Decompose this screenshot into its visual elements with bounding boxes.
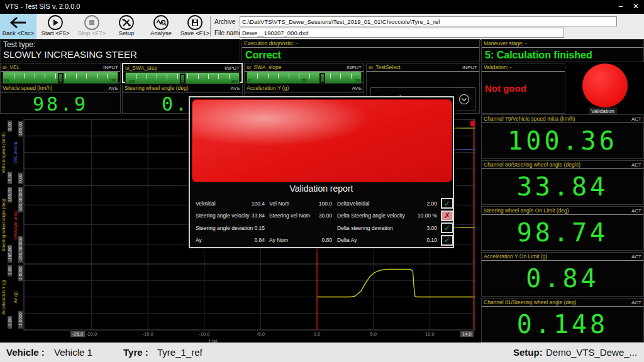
gauge-bar[interactable]: 50100150 bbox=[3, 72, 118, 84]
gauge-tick bbox=[167, 74, 167, 79]
gauge-tag: INPUT bbox=[225, 65, 240, 71]
x-axis-tick: -26,0 bbox=[70, 331, 85, 337]
chevron-down-icon[interactable] bbox=[458, 94, 470, 105]
toolbar-button-save[interactable]: Save <F1> bbox=[179, 14, 211, 39]
channel-tag: ACT bbox=[631, 208, 641, 214]
y-axis-tick: 1,0000 bbox=[18, 265, 23, 281]
validation-indicator-light bbox=[582, 63, 628, 107]
gauge-tick bbox=[55, 74, 56, 79]
toolbar-button-label: Stop <F7> bbox=[74, 30, 109, 36]
toolbar-button-analyse[interactable]: Analyse bbox=[143, 14, 179, 39]
x-axis-tick: -5,0 bbox=[257, 331, 265, 337]
gauge-title: ui_SWA_stepINPUT bbox=[123, 64, 242, 72]
validation-cell: Steering vel Nom bbox=[269, 212, 311, 219]
y-axis-tick: -160,00 bbox=[8, 245, 12, 263]
toolbar-button-back[interactable]: Back <Esc> bbox=[0, 14, 36, 39]
y-axis-label: Vehicle speed (km/h) bbox=[1, 132, 6, 173]
display-name: Steering wheel angle (deg) bbox=[125, 85, 189, 91]
tyre-label: Tyre : bbox=[123, 347, 148, 358]
y-axis-tick: -1,00 bbox=[8, 316, 12, 329]
gauge-tick bbox=[198, 74, 199, 79]
y-axis-tick: 5,00 bbox=[8, 121, 12, 132]
validation-cell: Delta Ay bbox=[337, 237, 412, 243]
validation-cell: 0.15 bbox=[246, 225, 265, 231]
back-arrow-icon bbox=[0, 14, 36, 31]
gauge-bar[interactable]: -2000200 bbox=[125, 72, 240, 84]
y-axis-tick: -160,000000 bbox=[18, 236, 23, 263]
archive-field[interactable] bbox=[240, 16, 617, 26]
gauge-ui_VEL[interactable]: ui_VELINPUT50100150 bbox=[0, 63, 121, 83]
gauge-tick bbox=[229, 74, 230, 79]
gauge-ui_SWA_step[interactable]: ui_SWA_stepINPUT-2000200 bbox=[122, 63, 243, 83]
channel-panel-0: Channel 79/Vehicle speed Initia (km/h)AC… bbox=[481, 114, 644, 159]
validation-report-dialog: Validation report VelInitial100.4Vel Nom… bbox=[189, 96, 454, 248]
filename-field[interactable] bbox=[240, 28, 564, 38]
validation-cell: Ay Nom bbox=[269, 237, 311, 243]
validation-row-0: VelInitial100.4Vel Nom100.0DeltaVelIniti… bbox=[196, 198, 453, 209]
close-button[interactable]: ✕ bbox=[629, 1, 643, 12]
validation-cell: DeltaVelInitial bbox=[337, 200, 412, 207]
channel-tag: ACT bbox=[631, 254, 641, 260]
maneuver-stage-panel: Maneuver stage; - 5: Calculation finishe… bbox=[481, 39, 644, 62]
validation-value: Not good bbox=[482, 72, 565, 94]
y-axis-tick: 0,00 bbox=[18, 173, 23, 184]
validation-panel: Validation; - Not good bbox=[481, 63, 565, 114]
x-axis-tick: -10,0 bbox=[199, 331, 209, 337]
toolbar-button-setup[interactable]: Setup bbox=[109, 14, 143, 39]
gauge-bar[interactable]: 02550 bbox=[247, 72, 362, 84]
cursor-marker bbox=[470, 121, 475, 126]
test-select-title: ui_TestSelect bbox=[369, 64, 401, 70]
validation-label: Validation; - bbox=[484, 64, 511, 70]
gauge-tick bbox=[97, 74, 97, 79]
channel-title: Channel 80/Steering wheel angle (deg/s)A… bbox=[482, 161, 643, 169]
validation-banner bbox=[192, 99, 452, 182]
minimize-button[interactable]: – bbox=[614, 1, 628, 12]
channel-title: Steering wheel angle On Limit (deg)ACT bbox=[482, 207, 643, 215]
trace-AY bbox=[317, 269, 475, 297]
gauge-tick bbox=[136, 74, 136, 79]
gauge-ui_SWA_slope[interactable]: ui_SWA_slopeINPUT02550 bbox=[244, 63, 364, 83]
gauge-name: ui_VEL bbox=[3, 64, 19, 70]
y-axis-tick: 1,00 bbox=[8, 265, 12, 277]
gauge-cursor-handle[interactable] bbox=[319, 73, 325, 84]
test-type-value: SLOWLY INCREASING STEER bbox=[1, 49, 240, 60]
channel-name: Channel 79/Vehicle speed Initia (km/h) bbox=[484, 116, 575, 122]
setup-label: Setup: bbox=[513, 347, 543, 358]
gauge-min-label: 50 bbox=[4, 79, 9, 83]
status-bar: Vehicle : Vehicle 1 Tyre : Tyre_1_ref Se… bbox=[0, 343, 644, 362]
validation-cell: 33.84 bbox=[246, 212, 265, 219]
x-axis-tick: 5,0 bbox=[370, 331, 376, 337]
gauge-title: ui_VELINPUT bbox=[1, 63, 120, 72]
gauge-mid-label: 25 bbox=[302, 79, 306, 83]
validation-cell: 0.80 bbox=[311, 237, 332, 243]
display-title: Steering wheel angle (deg)AVE bbox=[123, 84, 242, 92]
toolbar-button-start[interactable]: Start <F5> bbox=[36, 14, 74, 39]
gauge-name: ui_SWA_step bbox=[125, 65, 157, 71]
channel-panel-2: Steering wheel angle On Limit (deg)ACT98… bbox=[481, 206, 644, 251]
validation-cell: 0.10 bbox=[412, 237, 437, 243]
gauge-tick bbox=[45, 74, 45, 79]
channel-name: Steering wheel angle On Limit (deg) bbox=[484, 207, 569, 214]
gauge-tag: INPUT bbox=[347, 65, 362, 70]
gauge-min-label: 0 bbox=[248, 79, 251, 83]
gauge-tick bbox=[218, 74, 219, 79]
gauge-tick bbox=[257, 74, 258, 79]
channel-panel-4: Channel 81/Steering wheel angle (deg)ACT… bbox=[481, 298, 644, 343]
gauge-tick bbox=[76, 74, 77, 79]
validation-cell: Delta steering deviation bbox=[337, 225, 412, 231]
channel-title: Acceleration Y On Limit (g)ACT bbox=[482, 253, 643, 261]
archive-label: Archive bbox=[214, 18, 235, 25]
gauge-tick bbox=[268, 74, 269, 79]
gauge-max-label: 200 bbox=[231, 79, 238, 84]
gauge-tick bbox=[24, 74, 25, 79]
title-bar: VTS - Test SIS v. 2.0.0.0 – ✕ bbox=[0, 0, 644, 14]
toolbar-button-stop[interactable]: Stop <F7> bbox=[74, 14, 109, 39]
channel-value: 0.148 bbox=[482, 310, 643, 339]
gauge-tick bbox=[65, 74, 66, 79]
test-select-tag: INPUT bbox=[462, 65, 477, 70]
y-axis-tick: -5,00 bbox=[8, 172, 12, 184]
test-type-panel: Test type: SLOWLY INCREASING STEER bbox=[0, 39, 240, 62]
display-tag: AVE bbox=[109, 85, 118, 91]
gauge-title: ui_SWA_slopeINPUT bbox=[245, 63, 364, 72]
x-axis-tick: -15,0 bbox=[143, 331, 153, 337]
